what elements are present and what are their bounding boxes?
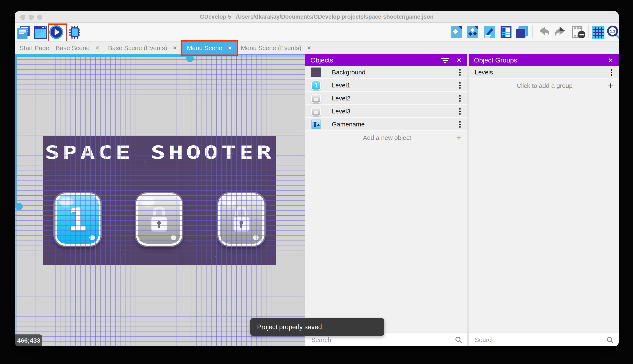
level-3-locked-button[interactable] <box>218 193 264 246</box>
tab-bar: Start Page Base Scene ✕ Base Scene (Even… <box>15 41 619 54</box>
lock-icon <box>149 206 170 233</box>
scene-editor-icon[interactable] <box>34 26 47 39</box>
toast-message: Project properly saved <box>257 323 322 331</box>
level1-thumbnail: 1 <box>311 80 321 90</box>
tab-label: Menu Scene <box>187 44 222 52</box>
cursor-coordinates-badge: 466;433 <box>15 334 42 346</box>
button-dot <box>253 235 258 240</box>
lock-icon <box>313 95 319 102</box>
debug-icon[interactable] <box>68 25 81 39</box>
object-name: Background <box>332 69 365 76</box>
filter-icon[interactable] <box>441 56 449 64</box>
save-toast: Project properly saved <box>250 318 384 336</box>
row-menu-icon[interactable] <box>459 120 461 129</box>
panel-divider[interactable] <box>467 54 469 346</box>
objects-panel-icon[interactable] <box>451 26 462 38</box>
object-row-gamename[interactable]: Tx Gamename <box>305 118 467 131</box>
row-menu-icon[interactable] <box>611 68 612 77</box>
search-icon <box>606 336 614 344</box>
close-tab-icon[interactable]: ✕ <box>228 45 232 51</box>
object-groups-panel-title: Object Groups <box>474 56 608 64</box>
plus-icon[interactable]: + <box>456 132 462 144</box>
objects-panel-title: Objects <box>310 56 441 64</box>
canvas-panel-divider <box>305 54 305 346</box>
row-menu-icon[interactable] <box>459 107 461 116</box>
tab-separator <box>103 43 103 53</box>
layers-icon[interactable] <box>516 26 528 38</box>
object-groups-search-input[interactable] <box>474 336 606 344</box>
project-manager-icon[interactable] <box>18 26 31 39</box>
tab-label: Start Page <box>20 44 49 52</box>
redo-icon[interactable] <box>554 26 566 38</box>
scene-title-text: SPACE SHOOTER <box>43 142 276 163</box>
zoom-1-1-icon[interactable]: 1:1 <box>607 25 619 39</box>
objects-search-input[interactable] <box>311 336 455 344</box>
object-row-level2[interactable]: Level2 <box>305 92 467 105</box>
objects-panel-header: Objects ✕ <box>305 54 467 66</box>
vertical-scroll-thumb[interactable] <box>15 54 17 206</box>
object-groups-panel-header: Object Groups ✕ <box>469 54 619 66</box>
object-groups-search-bar <box>469 334 619 346</box>
level-1-button[interactable]: 1 <box>55 193 101 246</box>
text-object-thumbnail: Tx <box>311 120 321 129</box>
lock-icon <box>313 108 319 114</box>
level3-thumbnail <box>311 106 321 116</box>
close-panel-icon[interactable]: ✕ <box>457 56 462 64</box>
title-bar: GDevelop 5 - /Users/dkarakay/Documents/G… <box>15 11 619 23</box>
close-panel-icon[interactable]: ✕ <box>608 56 613 64</box>
grid-icon[interactable] <box>592 26 604 39</box>
group-name: Levels <box>475 69 493 76</box>
add-new-object-row[interactable]: Add a new object + <box>305 131 467 144</box>
object-groups-icon[interactable] <box>467 26 478 38</box>
scene-stars <box>43 136 44 137</box>
objects-panel: Background 1 Level1 Level2 Level3 Tx Gam… <box>305 66 467 334</box>
tab-base-scene-events[interactable]: Base Scene (Events) ✕ <box>103 42 182 54</box>
mask-icon[interactable] <box>572 26 586 39</box>
tab-start-page[interactable]: Start Page <box>17 42 52 54</box>
lock-icon <box>231 206 252 233</box>
button-dot <box>171 235 176 240</box>
instances-list-icon[interactable] <box>501 26 511 38</box>
add-group-row[interactable]: Click to add a group + <box>469 79 619 92</box>
toolbar-separator <box>568 25 568 38</box>
object-name: Level3 <box>332 108 350 115</box>
tab-separator <box>52 43 52 53</box>
add-object-label: Add a new object <box>305 134 456 141</box>
plus-icon[interactable]: + <box>607 80 613 92</box>
game-scene-background[interactable]: SPACE SHOOTER 1 <box>43 136 276 264</box>
close-tab-icon[interactable]: ✕ <box>173 45 177 51</box>
row-menu-icon[interactable] <box>459 68 461 77</box>
tab-menu-scene[interactable]: Menu Scene ✕ <box>182 42 237 54</box>
button-shine <box>222 197 237 206</box>
play-preview-icon[interactable] <box>49 25 63 39</box>
close-tab-icon[interactable]: ✕ <box>307 45 311 51</box>
object-row-background[interactable]: Background <box>305 66 467 79</box>
horizontal-scroll-thumb[interactable] <box>15 54 190 57</box>
background-thumbnail <box>311 68 321 77</box>
button-shine <box>140 197 155 206</box>
level-2-locked-button[interactable] <box>136 193 182 246</box>
group-row-levels[interactable]: Levels <box>469 66 619 79</box>
tab-base-scene[interactable]: Base Scene ✕ <box>53 42 103 54</box>
toolbar: 1:1 <box>15 23 619 41</box>
app-window: GDevelop 5 - /Users/dkarakay/Documents/G… <box>15 11 619 346</box>
tab-menu-scene-events[interactable]: Menu Scene (Events) ✕ <box>237 42 315 54</box>
object-row-level3[interactable]: Level3 <box>305 105 467 118</box>
undo-icon[interactable] <box>539 26 551 38</box>
close-tab-icon[interactable]: ✕ <box>95 45 100 51</box>
svg-text:1:1: 1:1 <box>610 29 615 33</box>
row-menu-icon[interactable] <box>459 94 461 103</box>
add-group-label: Click to add a group <box>469 82 607 89</box>
object-name: Level2 <box>332 95 350 102</box>
row-menu-icon[interactable] <box>459 81 461 90</box>
object-groups-panel: Levels Click to add a group + <box>469 66 619 334</box>
object-row-level1[interactable]: 1 Level1 <box>305 79 467 92</box>
properties-icon[interactable] <box>484 26 495 38</box>
level-number: 1 <box>68 201 87 238</box>
toolbar-separator <box>532 25 533 38</box>
object-name: Level1 <box>332 82 350 89</box>
button-shine <box>59 197 74 206</box>
search-icon <box>455 336 462 344</box>
button-dot <box>89 235 95 240</box>
scene-canvas[interactable]: SPACE SHOOTER 1 466;433 <box>15 54 305 346</box>
